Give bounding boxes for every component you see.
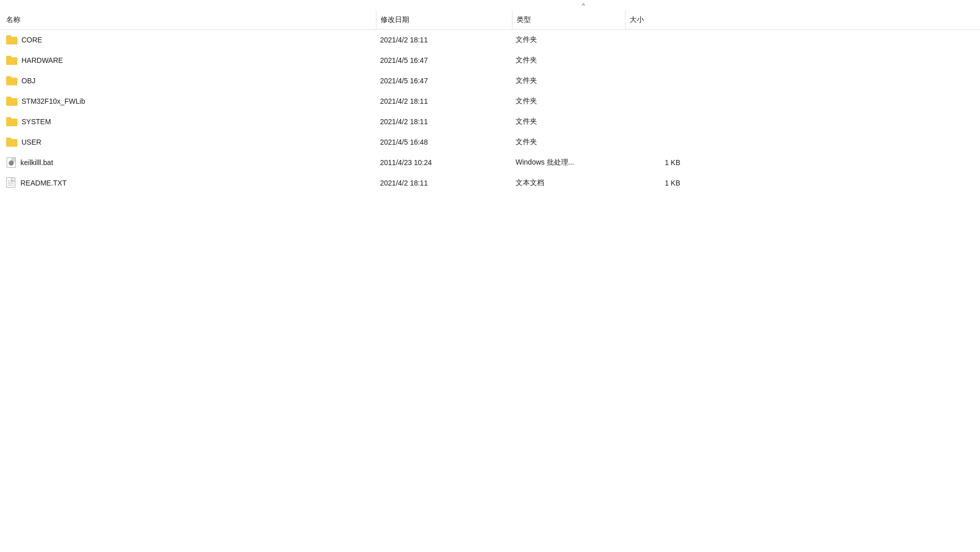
file-date: 2021/4/5 16:48: [376, 138, 511, 146]
file-name-text: HARDWARE: [21, 56, 63, 64]
folder-icon: [6, 137, 17, 147]
folder-icon: [6, 97, 17, 106]
folder-icon: [6, 35, 17, 44]
txt-file-icon: [6, 177, 16, 189]
file-name-text: keilkilll.bat: [20, 158, 53, 167]
table-row[interactable]: USER2021/4/5 16:48文件夹: [0, 132, 980, 152]
file-name-cell: keilkilll.bat: [0, 157, 376, 168]
file-date: 2021/4/5 16:47: [376, 56, 511, 64]
file-date: 2021/4/2 18:11: [376, 118, 511, 126]
column-header-type[interactable]: 类型: [513, 15, 625, 25]
table-row[interactable]: README.TXT2021/4/2 18:11文本文档1 KB: [0, 173, 980, 193]
table-row[interactable]: SYSTEM2021/4/2 18:11文件夹: [0, 111, 980, 132]
file-name-text: SYSTEM: [21, 118, 51, 126]
table-header: 名称 修改日期 类型 大小: [0, 10, 980, 30]
table-row[interactable]: OBJ2021/4/5 16:47文件夹: [0, 71, 980, 91]
file-date: 2021/4/2 18:11: [376, 97, 511, 105]
file-type: 文件夹: [511, 76, 624, 85]
table-row[interactable]: CORE2021/4/2 18:11文件夹: [0, 30, 980, 50]
file-name-text: README.TXT: [20, 179, 66, 187]
file-date: 2021/4/2 18:11: [376, 36, 511, 44]
file-name-text: STM32F10x_FWLib: [21, 97, 85, 105]
file-size: 1 KB: [624, 158, 691, 167]
file-date: 2021/4/5 16:47: [376, 77, 511, 85]
folder-icon: [6, 56, 17, 65]
folder-icon: [6, 76, 17, 85]
table-row[interactable]: HARDWARE2021/4/5 16:47文件夹: [0, 50, 980, 71]
file-type: 文件夹: [511, 97, 624, 106]
file-list: CORE2021/4/2 18:11文件夹HARDWARE2021/4/5 16…: [0, 30, 980, 193]
file-name-cell: HARDWARE: [0, 56, 376, 65]
file-explorer: ^ 名称 修改日期 类型 大小 CORE2021/4/2 18:11文件夹HAR…: [0, 0, 980, 552]
file-name-text: USER: [21, 138, 41, 146]
column-header-date[interactable]: 修改日期: [376, 15, 512, 25]
file-type: Windows 批处理...: [511, 158, 624, 167]
file-name-cell: OBJ: [0, 76, 376, 85]
file-name-cell: USER: [0, 137, 376, 147]
file-type: 文件夹: [511, 35, 624, 44]
bat-file-icon: [6, 157, 16, 168]
column-header-name[interactable]: 名称: [0, 15, 376, 25]
table-row[interactable]: keilkilll.bat2011/4/23 10:24Windows 批处理.…: [0, 152, 980, 173]
file-size: 1 KB: [624, 179, 691, 187]
file-name-cell: CORE: [0, 35, 376, 44]
sort-arrow: ^: [0, 0, 980, 10]
file-name-cell: STM32F10x_FWLib: [0, 97, 376, 106]
file-date: 2011/4/23 10:24: [376, 158, 511, 167]
file-name-text: OBJ: [21, 77, 35, 85]
file-type: 文件夹: [511, 137, 624, 147]
file-type: 文件夹: [511, 56, 624, 65]
file-type: 文本文档: [511, 178, 624, 188]
file-date: 2021/4/2 18:11: [376, 179, 511, 187]
file-name-cell: SYSTEM: [0, 117, 376, 126]
file-type: 文件夹: [511, 117, 624, 126]
file-name-cell: README.TXT: [0, 177, 376, 189]
file-name-text: CORE: [21, 36, 42, 44]
folder-icon: [6, 117, 17, 126]
column-header-size[interactable]: 大小: [626, 15, 692, 25]
table-row[interactable]: STM32F10x_FWLib2021/4/2 18:11文件夹: [0, 91, 980, 111]
